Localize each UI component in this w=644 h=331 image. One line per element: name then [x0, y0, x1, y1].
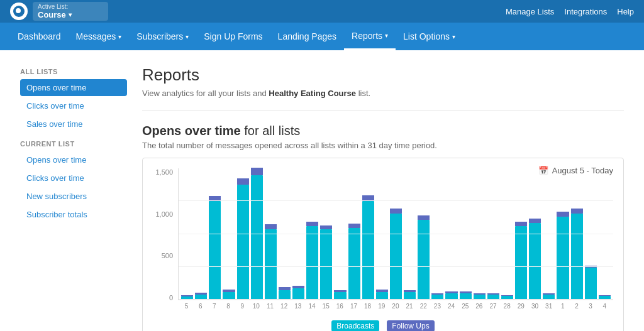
chart-bars-wrapper: [178, 168, 613, 300]
divider: [142, 111, 624, 111]
x-axis-label: 1: [557, 303, 569, 310]
bar-group: [376, 290, 388, 300]
reports-chevron-icon: ▾: [385, 32, 388, 39]
report-area: Reports View analytics for all your list…: [127, 65, 624, 331]
bar-group: [320, 225, 332, 300]
x-axis-label: 6: [194, 303, 206, 310]
bar-group: [265, 224, 277, 300]
app-logo: [10, 3, 28, 20]
bar-group: [529, 219, 541, 300]
legend-broadcasts: Broadcasts: [331, 320, 379, 331]
top-bar-left: Active List: Course ▾: [10, 2, 108, 21]
x-axis-label: 4: [599, 303, 611, 310]
x-axis-label: 14: [306, 303, 318, 310]
x-axis-label: 25: [459, 303, 471, 310]
x-axis-label: 5: [180, 303, 192, 310]
x-axis-label: 8: [222, 303, 234, 310]
report-description: The total number of messages opened acro…: [142, 141, 624, 150]
all-lists-section-label: ALL LISTS: [20, 68, 127, 75]
sidebar-item-all-clicks[interactable]: Clicks over time: [20, 97, 127, 114]
sidebar-item-all-sales[interactable]: Sales over time: [20, 116, 127, 133]
bar-group: [237, 178, 249, 300]
bar-group: [306, 222, 318, 300]
nav-item-messages[interactable]: Messages ▾: [69, 23, 130, 50]
legend-followups: Follow Ups: [387, 320, 434, 331]
bar-group: [515, 222, 527, 300]
x-axis-label: 20: [389, 303, 401, 310]
x-axis-label: 13: [292, 303, 304, 310]
x-axis-label: 27: [487, 303, 499, 310]
nav-item-signup-forms[interactable]: Sign Up Forms: [196, 23, 270, 50]
nav-bar: Dashboard Messages ▾ Subscribers ▾ Sign …: [0, 23, 644, 50]
page-subtitle: View analytics for all your lists and He…: [142, 89, 624, 98]
top-bar: Active List: Course ▾ Manage Lists Integ…: [0, 0, 644, 23]
nav-item-subscribers[interactable]: Subscribers ▾: [129, 23, 196, 50]
x-axis-label: 15: [320, 303, 332, 310]
bar-group: [181, 295, 193, 300]
bar-group: [585, 266, 597, 300]
active-list-selector[interactable]: Active List: Course ▾: [33, 2, 108, 21]
x-axis-label: 19: [375, 303, 387, 310]
page-title: Reports: [142, 65, 624, 85]
x-axis-label: 11: [264, 303, 276, 310]
x-axis-label: 26: [473, 303, 485, 310]
sidebar-item-subscriber-totals[interactable]: Subscriber totals: [20, 206, 127, 223]
chart-container: 📅 August 5 - Today 1,500 1,000 500 0 567…: [142, 158, 624, 331]
bar-group: [362, 195, 374, 300]
x-axis-label: 18: [362, 303, 374, 310]
bar-group: [599, 295, 611, 300]
main-content: ALL LISTS Opens over time Clicks over ti…: [0, 50, 644, 331]
bar-group: [251, 168, 263, 300]
x-axis-label: 3: [585, 303, 597, 310]
bar-group: [404, 290, 416, 300]
active-list-label: Active List:: [38, 3, 103, 10]
chart-plot: 5678910111213141516171819202122232425262…: [178, 168, 613, 313]
current-list-section-label: CURRENT LIST: [20, 140, 127, 148]
x-axis-label: 9: [236, 303, 248, 310]
nav-item-landing-pages[interactable]: Landing Pages: [270, 23, 344, 50]
x-axis-label: 12: [278, 303, 290, 310]
bar-group: [390, 209, 402, 300]
bar-group: [292, 286, 304, 300]
sidebar-item-current-clicks[interactable]: Clicks over time: [20, 170, 127, 187]
x-axis-label: 22: [418, 303, 430, 310]
bar-group: [487, 293, 499, 300]
x-axis-label: 16: [334, 303, 346, 310]
chevron-down-icon: ▾: [69, 11, 72, 18]
manage-lists-link[interactable]: Manage Lists: [506, 7, 554, 16]
list-options-chevron-icon: ▾: [452, 33, 455, 40]
report-title: Opens over time for all lists: [142, 124, 624, 138]
bar-group: [571, 209, 583, 300]
sidebar-item-current-opens[interactable]: Opens over time: [20, 151, 127, 168]
nav-item-list-options[interactable]: List Options ▾: [396, 23, 463, 50]
integrations-link[interactable]: Integrations: [564, 7, 607, 16]
chart-y-axis: 1,500 1,000 500 0: [153, 168, 178, 313]
sidebar-item-new-subscribers[interactable]: New subscribers: [20, 188, 127, 205]
bar-group: [445, 291, 457, 300]
x-axis-label: 28: [501, 303, 513, 310]
x-axis-label: 10: [250, 303, 262, 310]
x-axis-label: 31: [543, 303, 555, 310]
x-axis-label: 23: [431, 303, 443, 310]
chart-legend: Broadcasts Follow Ups: [153, 320, 613, 331]
sidebar-item-all-opens[interactable]: Opens over time: [20, 79, 127, 96]
bar-group: [460, 291, 472, 300]
subscribers-chevron-icon: ▾: [186, 33, 189, 40]
bar-group: [348, 224, 360, 300]
bar-group: [209, 196, 221, 300]
nav-item-dashboard[interactable]: Dashboard: [10, 23, 69, 50]
x-axis-labels: 5678910111213141516171819202122232425262…: [178, 300, 613, 310]
help-link[interactable]: Help: [617, 7, 634, 16]
chart-area: 1,500 1,000 500 0 5678910111213141516171…: [153, 168, 613, 313]
bar-group: [223, 290, 235, 300]
nav-item-reports[interactable]: Reports ▾: [344, 23, 396, 50]
x-axis-label: 24: [445, 303, 457, 310]
bar-group: [334, 290, 346, 300]
bar-group: [501, 295, 513, 300]
x-axis-label: 21: [404, 303, 416, 310]
sidebar: ALL LISTS Opens over time Clicks over ti…: [20, 65, 127, 331]
bar-group: [431, 293, 443, 300]
bar-group: [543, 293, 555, 300]
x-axis-label: 2: [570, 303, 582, 310]
top-bar-right: Manage Lists Integrations Help: [506, 7, 634, 16]
